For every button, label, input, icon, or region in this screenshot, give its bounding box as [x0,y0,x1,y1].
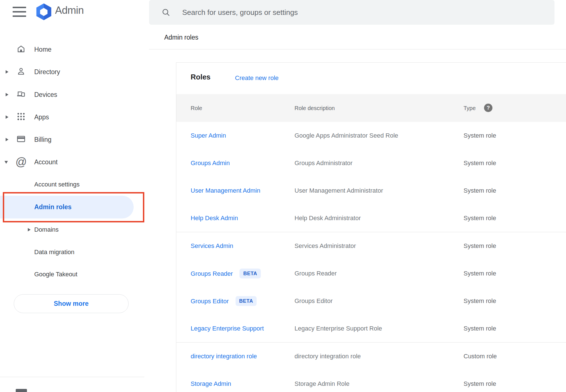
role-link[interactable]: Groups Editor [191,297,229,305]
roles-card: Roles Create new role Role Role descript… [176,62,566,392]
role-link[interactable]: Super Admin [191,132,226,139]
create-new-role-link[interactable]: Create new role [235,74,279,82]
role-link[interactable]: Legacy Enterprise Support [191,325,264,332]
chevron-right-icon[interactable] [6,70,8,74]
table-row: Super Admin Google Apps Administrator Se… [176,122,566,150]
role-type: System role [464,297,496,305]
role-link[interactable]: Storage Admin [191,380,231,388]
hamburger-menu-button[interactable] [13,7,26,17]
role-description: Storage Admin Role [295,380,350,388]
role-description: Groups Administrator [295,159,353,167]
apps-grid-icon [16,112,26,122]
role-type: System role [464,242,496,250]
sidebar-item-label: Data migration [34,249,74,256]
billing-card-icon [16,134,26,145]
role-type: System role [464,187,496,194]
sidebar-item-label: Billing [34,136,51,143]
sidebar-item-google-takeout[interactable]: Google Takeout [0,263,144,286]
header-divider [149,49,566,49]
role-type: Custom role [464,353,497,360]
admin-logo-icon[interactable] [36,3,52,22]
sidebar-item-label: Home [34,46,51,53]
person-icon [16,67,26,77]
search-input[interactable] [182,8,554,17]
sidebar-item-directory[interactable]: Directory [0,61,144,83]
role-description: Google Apps Administrator Seed Role [295,132,398,139]
role-description: Legacy Enterprise Support Role [295,325,382,332]
role-link[interactable]: Groups Reader [191,270,233,277]
chevron-down-icon[interactable] [4,161,8,164]
sidebar-item-domains[interactable]: Domains [0,218,144,241]
role-link[interactable]: directory integration role [191,353,257,360]
role-description: User Management Administrator [295,187,383,194]
sidebar-item-label: Apps [34,113,49,121]
chevron-right-icon[interactable] [6,93,8,96]
role-description: Groups Reader [295,270,337,277]
cut-off-bottom-icon [16,389,27,392]
home-icon [16,44,26,55]
column-header-type: Type [464,105,476,111]
sidebar-item-account[interactable]: @ Account [0,151,144,173]
sidebar-item-admin-roles[interactable]: Admin roles [0,196,144,218]
sidebar-item-label: Directory [34,68,60,76]
beta-badge: BETA [239,269,261,279]
app-title: Admin [55,4,84,16]
search-bar[interactable] [149,0,554,25]
table-row: Groups Reader BETA Groups Reader System … [176,260,566,288]
role-type: System role [464,380,496,388]
role-type: System role [464,215,496,222]
column-header-role: Role [191,105,202,111]
chevron-right-icon[interactable] [6,115,8,119]
table-row: Groups Editor BETA Groups Editor System … [176,287,566,315]
table-row: Storage Admin Storage Admin Role System … [176,370,566,392]
sidebar-item-devices[interactable]: Devices [0,83,144,106]
help-icon[interactable]: ? [484,104,492,112]
sidebar-item-home[interactable]: Home [0,38,144,61]
card-title: Roles [191,73,211,81]
role-description: Help Desk Administrator [295,215,361,222]
beta-badge: BETA [236,296,257,306]
hamburger-icon [13,14,26,18]
table-row: directory integration role directory int… [176,343,566,370]
sidebar-item-data-migration[interactable]: Data migration [0,241,144,263]
table-row: Help Desk Admin Help Desk Administrator … [176,204,566,232]
chevron-right-icon[interactable] [28,228,31,231]
show-more-button[interactable]: Show more [14,294,129,313]
sidebar-item-label: Account settings [34,181,79,188]
sidebar-item-label: Devices [34,91,57,99]
column-header-description: Role description [295,105,335,111]
role-link[interactable]: User Management Admin [191,187,260,194]
sidebar-item-label: Account [34,158,58,166]
role-link[interactable]: Groups Admin [191,159,230,167]
at-sign-icon: @ [15,156,27,168]
role-description: Groups Editor [295,297,333,305]
sidebar-item-label: Domains [34,226,59,233]
role-link[interactable]: Services Admin [191,242,233,250]
role-description: Services Administrator [295,242,356,250]
table-row: Groups Admin Groups Administrator System… [176,149,566,177]
table-row: Legacy Enterprise Support Legacy Enterpr… [176,315,566,343]
chevron-right-icon[interactable] [6,138,8,141]
sidebar-item-apps[interactable]: Apps [0,106,144,128]
table-header-row: Role Role description Type [176,94,566,122]
sidebar-item-account-settings[interactable]: Account settings [0,173,144,196]
role-description: directory integration role [295,353,361,360]
role-type: System role [464,325,496,332]
breadcrumb: Admin roles [164,34,198,41]
sidebar-item-label: Admin roles [34,203,72,211]
table-row: User Management Admin User Management Ad… [176,177,566,205]
sidebar-item-billing[interactable]: Billing [0,128,144,151]
role-link[interactable]: Help Desk Admin [191,215,238,222]
table-row: Services Admin Services Administrator Sy… [176,232,566,260]
role-type: System role [464,159,496,167]
search-icon [161,8,170,17]
role-type: System role [464,132,496,139]
sidebar-bottom-divider [0,377,144,377]
sidebar-item-label: Google Takeout [34,271,77,278]
devices-icon [16,89,26,100]
role-type: System role [464,270,496,277]
admin-console-screen: Admin Admin roles Home Directory [0,0,566,392]
